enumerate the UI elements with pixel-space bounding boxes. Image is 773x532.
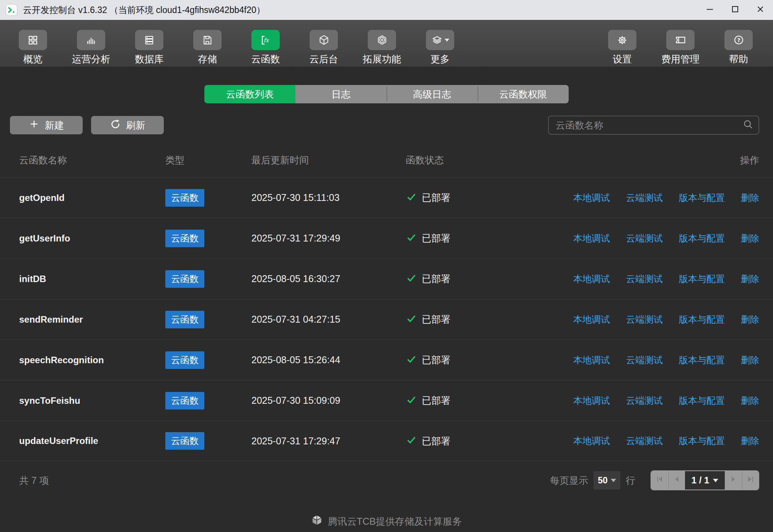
action-delete[interactable]: 删除 — [741, 313, 759, 326]
layers-icon — [426, 30, 454, 50]
action-cloud-test[interactable]: 云端测试 — [626, 395, 663, 407]
action-delete[interactable]: 删除 — [741, 273, 759, 285]
action-cloud-test[interactable]: 云端测试 — [626, 273, 663, 285]
action-version-config[interactable]: 版本与配置 — [679, 192, 725, 204]
status-label: 已部署 — [422, 191, 450, 204]
action-local-debug[interactable]: 本地调试 — [573, 395, 610, 407]
new-function-button[interactable]: 新建 — [10, 116, 83, 134]
nav-right: 设置费用管理?帮助 — [593, 30, 768, 67]
minimize-button[interactable] — [697, 0, 722, 20]
nav-item-extensions[interactable]: 拓展功能 — [353, 30, 411, 67]
action-delete[interactable]: 删除 — [741, 192, 759, 204]
tab-logs[interactable]: 日志 — [295, 85, 386, 103]
status-label: 已部署 — [422, 313, 450, 326]
nav-item-help[interactable]: ?帮助 — [709, 30, 768, 67]
status: 已部署 — [406, 191, 573, 205]
nav-item-overview[interactable]: 概览 — [4, 30, 62, 67]
type-badge: 云函数 — [165, 270, 204, 288]
chevron-down-icon — [713, 479, 718, 482]
nav-item-storage[interactable]: 存储 — [178, 30, 236, 67]
action-version-config[interactable]: 版本与配置 — [679, 354, 725, 366]
row-actions: 本地调试云端测试版本与配置删除 — [573, 435, 759, 447]
fx-icon: fx — [251, 30, 280, 50]
close-button[interactable] — [748, 0, 773, 20]
maximize-button[interactable] — [722, 0, 748, 20]
tab-advanced-logs[interactable]: 高级日志 — [386, 85, 478, 103]
page-indicator: 1 / 1 — [691, 475, 709, 486]
previous-page-icon — [672, 475, 682, 486]
hexagon-plus-icon — [368, 30, 396, 50]
table-row: syncToFeishu云函数2025-07-30 15:09:09已部署本地调… — [0, 380, 773, 421]
function-name: initDB — [19, 274, 165, 284]
action-version-config[interactable]: 版本与配置 — [679, 395, 725, 407]
check-icon — [406, 313, 417, 326]
nav-item-billing[interactable]: 费用管理 — [651, 30, 709, 67]
search-box — [548, 116, 759, 135]
chevron-down-icon — [445, 39, 449, 42]
check-icon — [406, 394, 417, 408]
cube-icon — [310, 30, 338, 50]
nav-item-cloud-function[interactable]: fx云函数 — [236, 30, 295, 67]
action-local-debug[interactable]: 本地调试 — [573, 232, 610, 245]
action-local-debug[interactable]: 本地调试 — [573, 435, 610, 447]
type-badge: 云函数 — [165, 432, 204, 450]
action-version-config[interactable]: 版本与配置 — [679, 435, 725, 447]
action-delete[interactable]: 删除 — [741, 354, 759, 366]
action-version-config[interactable]: 版本与配置 — [679, 273, 725, 285]
table-row: updateUserProfile云函数2025-07-31 17:29:47已… — [0, 421, 773, 461]
save-icon — [193, 30, 222, 50]
tab-function-permissions[interactable]: 云函数权限 — [478, 85, 569, 103]
action-cloud-test[interactable]: 云端测试 — [626, 354, 663, 366]
action-local-debug[interactable]: 本地调试 — [573, 354, 610, 366]
last-page-button[interactable] — [742, 471, 758, 490]
action-local-debug[interactable]: 本地调试 — [573, 273, 610, 285]
action-cloud-test[interactable]: 云端测试 — [626, 232, 663, 245]
action-local-debug[interactable]: 本地调试 — [573, 313, 610, 326]
check-icon — [406, 191, 417, 205]
status-label: 已部署 — [422, 435, 450, 447]
status-label: 已部署 — [422, 232, 450, 245]
function-name: sendReminder — [19, 314, 165, 325]
action-cloud-test[interactable]: 云端测试 — [626, 435, 663, 447]
nav-item-label: 设置 — [613, 53, 632, 65]
action-version-config[interactable]: 版本与配置 — [679, 313, 725, 326]
nav-item-analytics[interactable]: 运营分析 — [62, 30, 120, 67]
next-page-button[interactable] — [725, 471, 742, 490]
footer-bar: 共 7 项 每页显示 50 行 1 / 1 — [0, 461, 773, 495]
search-input[interactable] — [556, 120, 742, 131]
page-indicator-select[interactable]: 1 / 1 — [685, 471, 725, 490]
status-label: 已部署 — [422, 273, 450, 285]
first-page-button[interactable] — [651, 471, 668, 490]
refresh-button[interactable]: 刷新 — [91, 116, 164, 134]
status: 已部署 — [406, 272, 573, 286]
table-row: sendReminder云函数2025-07-31 04:27:15已部署本地调… — [0, 299, 773, 339]
action-cloud-test[interactable]: 云端测试 — [626, 192, 663, 204]
action-local-debug[interactable]: 本地调试 — [573, 192, 610, 204]
page-size-select[interactable]: 50 — [594, 471, 620, 490]
page-size-label: 每页显示 — [550, 474, 588, 487]
row-actions: 本地调试云端测试版本与配置删除 — [573, 395, 759, 407]
bottom-note: 腾讯云TCB提供存储及计算服务 — [0, 514, 773, 528]
function-name: updateUserProfile — [19, 436, 165, 446]
nav-item-label: 云后台 — [310, 53, 338, 65]
column-header-updated: 最后更新时间 — [251, 154, 406, 166]
nav-item-label: 概览 — [23, 53, 42, 65]
maximize-icon — [730, 4, 740, 16]
action-cloud-test[interactable]: 云端测试 — [626, 313, 663, 326]
action-delete[interactable]: 删除 — [741, 395, 759, 407]
action-version-config[interactable]: 版本与配置 — [679, 232, 725, 245]
nav-item-database[interactable]: 数据库 — [120, 30, 178, 67]
nav-item-more[interactable]: 更多 — [411, 30, 469, 67]
status-label: 已部署 — [422, 394, 450, 407]
terminal-prompt-icon — [5, 3, 18, 16]
titlebar: 云开发控制台 v1.6.32 （当前环境 cloud1-4gfihsw842bb… — [0, 0, 773, 20]
nav-item-settings[interactable]: 设置 — [593, 30, 651, 67]
nav-item-label: 费用管理 — [661, 53, 700, 65]
nav-bar: 概览运营分析数据库存储fx云函数云后台拓展功能更多 设置费用管理?帮助 — [0, 20, 773, 67]
previous-page-button[interactable] — [668, 471, 685, 490]
nav-item-cloud-backend[interactable]: 云后台 — [295, 30, 353, 67]
action-delete[interactable]: 删除 — [741, 435, 759, 447]
action-delete[interactable]: 删除 — [741, 232, 759, 245]
tab-function-list[interactable]: 云函数列表 — [204, 85, 295, 103]
search-icon[interactable] — [742, 119, 754, 132]
